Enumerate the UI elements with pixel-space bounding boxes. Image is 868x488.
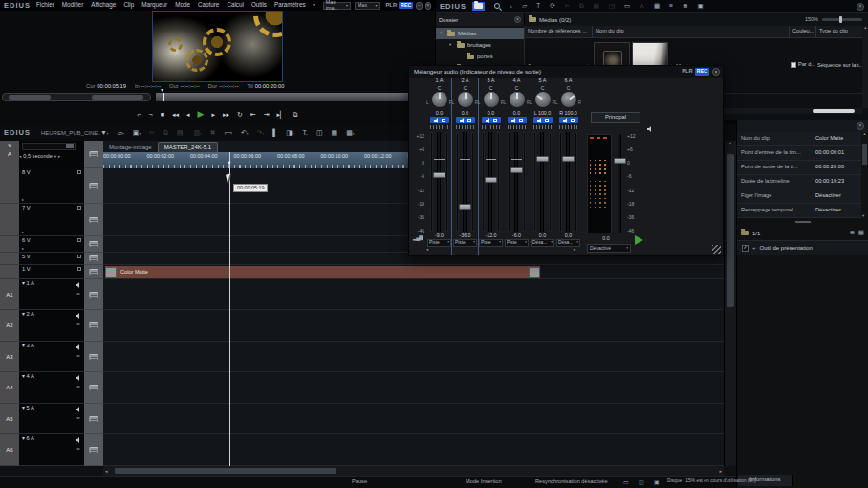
sync-lock-cell[interactable] (84, 204, 103, 236)
minimize-button[interactable]: – (416, 2, 422, 10)
clip-left-handle[interactable] (105, 267, 117, 277)
paste-icon[interactable]: ▤▾ (177, 129, 184, 137)
pan-knob[interactable] (510, 92, 525, 107)
monitor-mute-button[interactable] (533, 117, 553, 123)
sync-lock-cell[interactable] (84, 236, 103, 253)
fader-track[interactable] (437, 132, 441, 232)
channel-route-select[interactable]: Piste▾ (453, 239, 477, 247)
title-tool-icon[interactable]: T. (303, 129, 308, 137)
info-vertical-scrollbar[interactable]: ▴▾ (861, 132, 868, 218)
close-button[interactable]: × (425, 2, 431, 10)
pattern-icon[interactable]: ▦ (654, 3, 660, 10)
audio-track-header[interactable]: ▾ 1 A ≈ (19, 279, 84, 310)
column-header[interactable]: Nom du clip (592, 26, 789, 37)
video-track-header[interactable]: 7 V ▸ (19, 204, 84, 236)
track-filter-indicator[interactable] (77, 238, 81, 242)
fader-track[interactable] (566, 132, 570, 232)
audio-track-lane[interactable] (103, 342, 724, 372)
goto-end-button[interactable]: ▸▏ (277, 111, 286, 118)
pan-knob[interactable] (432, 92, 447, 107)
waveform-icon[interactable]: ≈ (76, 353, 79, 359)
list-view-icon[interactable]: ≣ (849, 230, 854, 236)
channel-route-select[interactable]: Désa...▾ (531, 239, 554, 247)
loop-button[interactable]: ↻ (237, 111, 243, 118)
tree-item[interactable]: portes (436, 51, 524, 62)
meter-mode-icon[interactable]: ▂▄▆ (413, 235, 422, 241)
video-track-header[interactable]: 5 V ▸ (19, 253, 84, 265)
sequence-tab[interactable]: Montage-mixage (103, 143, 158, 152)
audio-track-lane[interactable] (103, 310, 724, 342)
shuttle-segment[interactable] (9, 95, 51, 100)
set-in-out-icon[interactable]: ⌐¬ (225, 129, 232, 137)
sync-lock-cell[interactable] (84, 168, 103, 204)
channel-route-select[interactable]: Désa...▾ (556, 239, 580, 247)
play-button[interactable]: ▶ (197, 110, 204, 119)
fader-thumb[interactable] (510, 167, 523, 173)
screen-icon[interactable]: ◫ (316, 129, 323, 137)
open-project-icon[interactable]: ▱▾ (118, 129, 124, 137)
menu-overflow-icon[interactable]: ▸ (314, 3, 315, 8)
menu-item[interactable]: Outils (251, 2, 267, 8)
rewind-button[interactable]: ◂◂ (172, 111, 179, 118)
bin-close-button[interactable]: × (857, 3, 864, 11)
paste-icon[interactable]: ▤ (594, 3, 599, 10)
list-view-icon[interactable]: ≣ (683, 3, 687, 10)
position-bar[interactable]: ▾ (156, 93, 432, 101)
info-panel-close-button[interactable]: × (857, 122, 864, 130)
copy-icon[interactable]: ⧉ (579, 3, 584, 10)
fader-track[interactable] (540, 132, 544, 232)
rec-toggle[interactable]: REC (399, 2, 413, 9)
playhead[interactable]: ▼ (229, 152, 230, 466)
goto-out-button[interactable]: ⇥ (264, 111, 270, 118)
channel-route-select[interactable]: Piste▾ (427, 239, 451, 247)
panel-splitter[interactable] (737, 218, 868, 226)
menu-item[interactable]: Clip (123, 2, 134, 8)
property-row[interactable]: Nom du clip Color Matte (737, 132, 868, 146)
refresh-icon[interactable]: ⟳ (550, 3, 554, 10)
fader-thumb[interactable] (485, 177, 497, 183)
tool-checkbox[interactable]: ✓ (742, 245, 749, 252)
menu-item[interactable]: Modifier (62, 2, 83, 8)
pan-knob[interactable] (458, 92, 473, 107)
tree-item[interactable]: ▾ Médias (436, 28, 524, 39)
column-header[interactable]: Nombre de références ... (525, 26, 592, 37)
menu-item[interactable]: Fichier (36, 2, 54, 8)
equal-icon[interactable]: ≡ (669, 3, 673, 10)
zoom-dropdown-icon[interactable]: ▾ (54, 155, 56, 160)
cut-icon[interactable]: ✂ (565, 3, 570, 10)
open-folder-icon[interactable]: ▱ (522, 3, 527, 10)
tree-item[interactable]: ▾ bruitages (436, 39, 524, 51)
playhead-marker-icon[interactable]: ▼ (227, 161, 231, 166)
speaker-icon[interactable] (76, 344, 81, 350)
sync-lock-cell[interactable] (84, 279, 103, 310)
presentation-tool-row[interactable]: ✓ + Outil de présentation (737, 240, 868, 255)
property-row[interactable]: Durée de la timeline 00:00:19:23 (737, 175, 868, 189)
sync-lock-cell[interactable] (84, 434, 103, 466)
fader-track[interactable] (514, 132, 518, 232)
menu-item[interactable]: Mode (175, 2, 190, 8)
add-transition-icon[interactable]: ◨▾ (286, 129, 293, 137)
pan-knob[interactable] (484, 92, 499, 107)
undo-icon[interactable]: ↶▾ (241, 129, 249, 137)
monitor-mute-button[interactable] (456, 117, 475, 123)
prev-frame-button[interactable]: ◂ (186, 111, 190, 118)
mark-out-button[interactable]: ¬ (149, 111, 153, 118)
folder-panel-close-button[interactable]: × (514, 16, 521, 23)
mixer-rec-toggle[interactable]: REC (695, 68, 709, 75)
property-row[interactable]: Point d'entrée de la tim... 00:00:00:01 (737, 146, 868, 161)
scroll-left-icon[interactable]: ◂ (426, 248, 428, 253)
menu-item[interactable]: Affichage (91, 2, 116, 8)
fader-thumb[interactable] (614, 158, 626, 164)
column-header[interactable]: Couleu... (789, 26, 815, 37)
timeline-zoom-level[interactable]: 0,5 seconde (23, 154, 52, 160)
property-row[interactable]: Point de sortie de la ti... 00:00:20:00 (737, 161, 868, 175)
audio-track-header[interactable]: ▾ 2 A ≈ (19, 310, 84, 342)
color-matte-clip[interactable]: Color Matte (105, 266, 540, 278)
resize-grip[interactable] (712, 245, 721, 254)
info-icon[interactable]: ▦ (332, 129, 338, 137)
scroll-right-icon[interactable]: ▸ (574, 248, 575, 253)
channel-route-select[interactable]: Piste▾ (505, 239, 529, 247)
select-tool-icon[interactable]: ▼▾ (100, 129, 109, 137)
sequence-tab[interactable]: MASTER_24K-5.1 (158, 142, 218, 152)
speaker-icon[interactable] (76, 407, 81, 412)
